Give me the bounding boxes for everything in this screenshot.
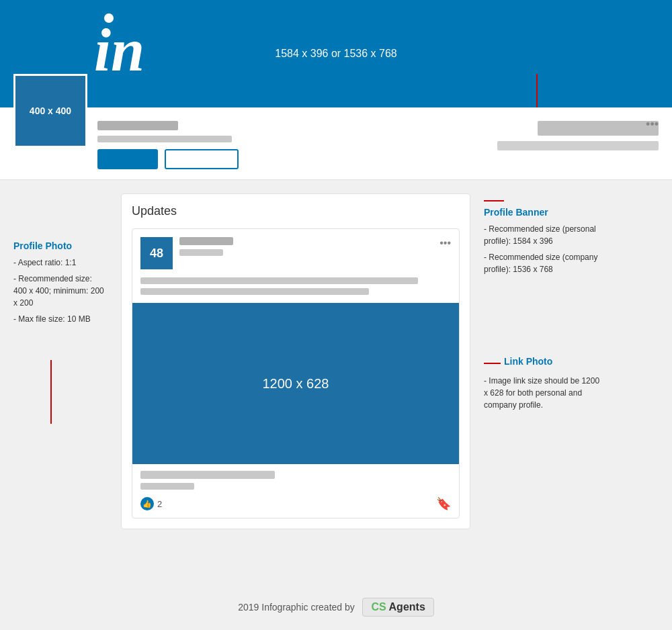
link-photo-annotation: Link Photo - Image link size should be 1… <box>484 356 605 411</box>
link-photo-image: 1200 x 628 <box>132 303 459 464</box>
profile-section: ••• <box>0 107 672 180</box>
profile-photo-box: 400 x 400 <box>13 74 87 148</box>
like-icon: 👍 <box>140 497 154 510</box>
profile-banner-personal: - Recommended size (personal profile): 1… <box>484 223 605 247</box>
post-footer: 👍 2 🔖 <box>132 464 459 518</box>
like-number: 2 <box>157 499 162 509</box>
cs-agents-badge: CS Agents <box>362 598 433 617</box>
footer-copyright: 2019 Infographic created by <box>238 602 355 613</box>
linkedin-banner: in 1584 x 396 or 1536 x 768 <box>0 0 672 107</box>
profile-banner-title: Profile Banner <box>484 207 605 218</box>
profile-buttons <box>97 149 477 169</box>
main-area: Profile Photo - Aspect ratio: 1:1 - Reco… <box>0 180 672 543</box>
banner-dimensions: 1584 x 396 or 1536 x 768 <box>0 48 672 60</box>
updates-title: Updates <box>132 204 460 218</box>
post-author-info <box>179 237 233 256</box>
post-card: 48 ••• 1200 x 628 � <box>132 228 460 519</box>
post-footer-bar-1 <box>140 471 275 479</box>
post-text-bar-2 <box>140 288 369 295</box>
post-name-bar <box>179 237 233 245</box>
post-text-bar-1 <box>140 277 418 284</box>
profile-photo-red-line <box>50 360 52 424</box>
connect-button-placeholder[interactable] <box>97 149 158 169</box>
agents-text: Agents <box>389 601 425 613</box>
profile-photo-aspect: - Aspect ratio: 1:1 <box>13 257 108 269</box>
post-avatar-number: 48 <box>150 246 163 261</box>
post-footer-bottom: 👍 2 🔖 <box>140 496 451 511</box>
post-footer-bar-2 <box>140 483 194 490</box>
profile-photo-label: 400 x 400 <box>30 105 71 116</box>
sidebar-bar-2 <box>497 141 659 150</box>
link-photo-arrow-line <box>484 363 501 364</box>
like-count: 👍 2 <box>140 497 162 510</box>
profile-subtitle-placeholder <box>97 136 232 142</box>
link-photo-description: - Image link size should be 1200 x 628 f… <box>484 375 605 411</box>
link-photo-title: Link Photo <box>504 356 552 367</box>
footer: 2019 Infographic created by CS Agents <box>0 598 672 617</box>
profile-photo-title: Profile Photo <box>13 240 108 251</box>
profile-photo-size: - Recommended size: 400 x 400; minimum: … <box>13 273 108 309</box>
post-sub-bar <box>179 249 223 256</box>
cs-text: CS <box>371 601 386 613</box>
post-more-icon[interactable]: ••• <box>439 237 451 249</box>
message-button-placeholder[interactable] <box>165 149 239 169</box>
bookmark-icon[interactable]: 🔖 <box>436 496 451 511</box>
profile-right: ••• <box>491 118 659 150</box>
profile-banner-company: - Recommended size (company profile): 15… <box>484 251 605 275</box>
profile-name-placeholder <box>97 121 178 130</box>
profile-info <box>97 118 477 169</box>
left-annotation: Profile Photo - Aspect ratio: 1:1 - Reco… <box>13 193 108 529</box>
right-annotation: Profile Banner - Recommended size (perso… <box>484 193 605 529</box>
more-options-icon[interactable]: ••• <box>646 118 659 132</box>
post-avatar: 48 <box>140 237 173 269</box>
sidebar-bar-1 <box>538 121 659 136</box>
post-header: 48 ••• <box>132 229 459 277</box>
link-photo-dimensions: 1200 x 628 <box>263 376 329 392</box>
profile-photo-filesize: - Max file size: 10 MB <box>13 313 108 325</box>
banner-arrow-line <box>484 200 504 201</box>
updates-section: Updates 48 ••• 1200 x 628 <box>121 193 470 529</box>
